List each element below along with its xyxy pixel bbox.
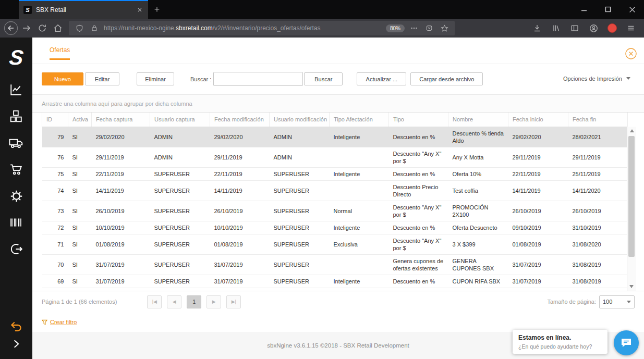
create-filter-link[interactable]: Crear filtro: [42, 319, 77, 325]
scroll-up-icon[interactable]: [630, 129, 634, 132]
next-page-button[interactable]: ▶: [206, 295, 221, 308]
last-page-button[interactable]: ▶|: [226, 295, 241, 308]
grid-cell: SUPERUSER: [270, 167, 330, 180]
window-close-icon[interactable]: [620, 0, 644, 19]
bookmark-star-icon[interactable]: [439, 22, 450, 34]
grid-cell: [330, 180, 389, 201]
sidebar-item-barcode[interactable]: [6, 212, 27, 233]
grid-cell: Inteligente: [330, 288, 389, 291]
extension-icon[interactable]: [604, 20, 620, 36]
expand-chevron-icon[interactable]: [6, 335, 27, 353]
minimize-icon[interactable]: [572, 0, 596, 19]
chat-bubble-button[interactable]: [614, 330, 639, 355]
table-row[interactable]: 75SI22/11/2019SUPERUSER22/11/2019SUPERUS…: [42, 167, 628, 180]
column-header-id[interactable]: ID: [42, 113, 68, 127]
grid-cell: 26/10/2019: [92, 201, 150, 221]
page-actions-icon[interactable]: [408, 22, 420, 34]
grid-cell: 31/07/2019: [508, 275, 568, 288]
browser-tab[interactable]: S SBX Retail: [19, 0, 148, 19]
maximize-icon[interactable]: [596, 0, 620, 19]
zoom-level-badge[interactable]: 80%: [386, 24, 405, 32]
grid-cell: 25/11/2019: [568, 167, 628, 180]
sidebar-item-products[interactable]: [6, 106, 27, 127]
column-header-fecha-fin[interactable]: Fecha fin: [568, 113, 628, 127]
downloads-icon[interactable]: [529, 20, 545, 36]
filter-funnel-icon: [42, 319, 47, 325]
tab-ofertas[interactable]: Ofertas: [50, 46, 70, 60]
column-header-usuario-captura[interactable]: Usuario captura: [150, 113, 210, 127]
sidebar-item-delivery-truck[interactable]: [6, 132, 27, 153]
grid-cell: SUPERUSER: [150, 254, 210, 275]
page-size-select[interactable]: 100: [599, 295, 635, 308]
scroll-down-icon[interactable]: [629, 285, 634, 288]
grid-cell: 69: [42, 275, 68, 288]
grid-cell: 09/07/2019: [508, 288, 568, 291]
table-row[interactable]: 74SI14/11/2019SUPERUSER14/11/2019SUPERUS…: [42, 180, 628, 201]
prev-page-button[interactable]: ◀: [167, 295, 181, 308]
sidebar-toggle-icon[interactable]: [567, 20, 582, 36]
reload-icon[interactable]: [34, 20, 50, 36]
table-row[interactable]: 72SI10/10/2019SUPERUSER10/10/2019SUPERUS…: [42, 221, 628, 234]
sidebar-item-settings-gear-icon[interactable]: [6, 185, 27, 206]
grid-cell: 75: [42, 167, 68, 180]
table-row[interactable]: 69SI31/07/2019SUPERUSER31/07/2019SUPERUS…: [42, 275, 628, 288]
column-header-tipo-afectacion[interactable]: Tipo Afectación: [330, 113, 389, 127]
grid-cell: 29/11/2019: [508, 147, 568, 167]
table-row[interactable]: 70SI31/07/2019SUPERUSER31/07/2019SUPERUS…: [42, 254, 628, 275]
grid-cell: Exclusiva: [330, 234, 389, 254]
table-row[interactable]: 71SI01/08/2019SUPERUSER01/08/2019SUPERUS…: [42, 234, 628, 254]
forward-icon[interactable]: [19, 20, 34, 36]
grid-cell: Descuento "Any X" por $: [389, 234, 448, 254]
url-text[interactable]: https://runit-mexico-ngine.sbxretail.com…: [104, 24, 382, 32]
pocket-icon[interactable]: [423, 22, 435, 34]
back-icon[interactable]: [3, 20, 19, 36]
column-header-tipo[interactable]: Tipo: [389, 113, 448, 127]
column-header-activa[interactable]: Activa: [68, 113, 92, 127]
url-bar[interactable]: https://runit-mexico-ngine.sbxretail.com…: [69, 21, 455, 35]
table-row[interactable]: 76SI29/11/2019ADMIN29/11/2019ADMINDescue…: [42, 147, 628, 167]
update-button[interactable]: Actualizar ...: [357, 72, 406, 85]
sidebar-item-analytics[interactable]: [6, 79, 27, 100]
lock-icon[interactable]: [89, 22, 100, 34]
scrollbar-thumb[interactable]: [628, 136, 635, 257]
column-header-nombre[interactable]: Nombre: [448, 113, 508, 127]
table-row[interactable]: 79SI29/02/2020ADMIN29/02/2020ADMINInteli…: [42, 127, 628, 147]
load-from-file-button[interactable]: Cargar desde archivo: [410, 72, 483, 85]
table-row[interactable]: 73SI26/10/2019SUPERUSER26/10/2019SUPERUS…: [42, 201, 628, 221]
grid-cell: 29/02/2020: [210, 127, 270, 147]
browser-titlebar: S SBX Retail: [0, 0, 644, 19]
print-options-dropdown[interactable]: Opciones de Impresión: [563, 76, 630, 82]
library-icon[interactable]: [548, 20, 564, 36]
grid-cell: Inteligente: [330, 221, 389, 234]
new-button[interactable]: Nuevo: [42, 72, 83, 85]
column-header-fecha-captura[interactable]: Fecha captura: [92, 113, 150, 127]
search-input[interactable]: [213, 72, 303, 86]
grid-cell: Descuento % tienda Aldo: [448, 127, 508, 147]
navbar-right-icons: [529, 20, 641, 36]
group-by-hint: Arrastre una columna aquí para agrupar p…: [32, 94, 644, 113]
vertical-scrollbar[interactable]: [627, 127, 636, 291]
grid-cell: SI: [68, 167, 92, 180]
account-icon[interactable]: [586, 20, 601, 36]
search-button[interactable]: Buscar: [304, 72, 343, 85]
column-header-fecha-inicio[interactable]: Fecha inicio: [508, 113, 568, 127]
tracking-shield-icon[interactable]: [74, 22, 85, 34]
chevron-down-icon: [626, 77, 630, 80]
column-header-usuario-modificacion[interactable]: Usuario modificación: [270, 113, 330, 127]
sidebar-item-shopping-cart[interactable]: [6, 159, 27, 180]
new-tab-button[interactable]: [148, 0, 166, 19]
grid-cell: 01/08/2019: [92, 234, 150, 254]
delete-button[interactable]: Eliminar: [137, 72, 174, 85]
column-header-fecha-modificacion[interactable]: Fecha modificación: [210, 113, 270, 127]
grid-cell: SUPERUSER: [270, 180, 330, 201]
edit-button[interactable]: Editar: [85, 72, 119, 85]
sidebar-item-logout[interactable]: [6, 239, 27, 259]
undo-arrow-icon[interactable]: [6, 317, 27, 335]
menu-hamburger-icon[interactable]: [623, 20, 639, 36]
table-row[interactable]: 68SI09/07/2019SUPERUSER09/07/2019SUPERUS…: [42, 288, 628, 291]
close-page-icon[interactable]: [625, 48, 637, 59]
current-page-button[interactable]: 1: [187, 295, 201, 308]
tab-close-icon[interactable]: [136, 6, 143, 14]
first-page-button[interactable]: |◀: [147, 295, 162, 308]
home-icon[interactable]: [50, 20, 66, 36]
